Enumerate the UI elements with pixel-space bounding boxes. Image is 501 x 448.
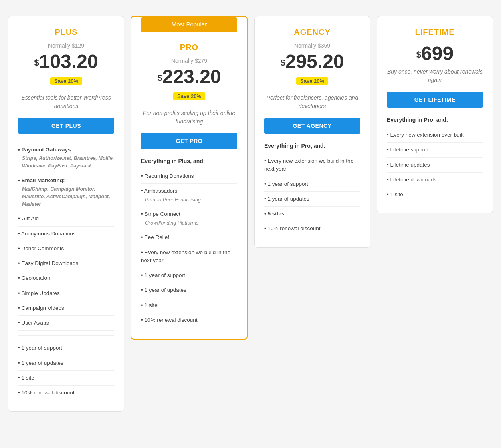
- price-amount-plus: 103.20: [39, 51, 98, 72]
- feature-item-pro-4: • Every new extension we build in the ne…: [141, 245, 237, 269]
- original-price-plus: Normally $129: [18, 42, 114, 49]
- price-row-plus: $103.20: [18, 50, 114, 72]
- feature-item-plus-3: • Anonymous Donations: [18, 227, 114, 241]
- original-price-pro: Normally $279: [141, 58, 237, 64]
- bottom-feature-plus-1: • 1 year of updates: [18, 356, 114, 371]
- plan-name-pro: PRO: [141, 43, 237, 52]
- price-row-lifetime: $699: [387, 42, 483, 64]
- feature-item-agency-4: • 10% renewal discount: [264, 221, 360, 236]
- price-row-pro: $223.20: [141, 66, 237, 88]
- feature-item-agency-0: • Every new extension we build in the ne…: [264, 154, 360, 177]
- pricing-container: PLUSNormally $129 $103.20 Save 20%Essent…: [8, 8, 493, 420]
- feature-item-lifetime-4: • 1 site: [387, 187, 483, 202]
- plan-desc-plus: Essential tools for better WordPress don…: [18, 94, 114, 110]
- feature-item-plus-8: • Campaign Videos: [18, 301, 114, 316]
- price-amount-pro: 223.20: [162, 66, 221, 87]
- feature-item-pro-8: • 10% renewal discount: [141, 313, 237, 327]
- plan-name-plus: PLUS: [18, 28, 114, 37]
- feature-item-pro-6: • 1 year of updates: [141, 283, 237, 298]
- price-dollar-plus: $: [34, 58, 39, 68]
- feature-item-lifetime-0: • Every new extension ever built: [387, 128, 483, 143]
- price-dollar-agency: $: [280, 58, 285, 68]
- plan-desc-pro: For non-profits scaling up their online …: [141, 109, 237, 126]
- feature-item-lifetime-3: • Lifetime downloads: [387, 173, 483, 187]
- feature-item-lifetime-1: • Lifetime support: [387, 143, 483, 157]
- feature-item-plus-9: • User Avatar: [18, 316, 114, 331]
- bottom-feature-plus-0: • 1 year of support: [18, 341, 114, 356]
- bottom-feature-plus-3: • 10% renewal discount: [18, 386, 114, 400]
- get-btn-pro[interactable]: GET PRO: [141, 133, 237, 149]
- feature-item-plus-4: • Donor Comments: [18, 241, 114, 256]
- plan-name-lifetime: LIFETIME: [387, 28, 483, 37]
- original-price-agency: Normally $369: [264, 42, 360, 49]
- feature-item-agency-3: • 5 sites: [264, 207, 360, 221]
- plan-desc-agency: Perfect for freelancers, agencies and de…: [264, 94, 360, 110]
- feature-sub-pro-1: Peer to Peer Fundraising: [141, 196, 237, 204]
- feature-item-plus-7: • Simple Updates: [18, 286, 114, 301]
- feature-item-agency-2: • 1 year of updates: [264, 192, 360, 207]
- price-amount-lifetime: 699: [421, 43, 453, 64]
- get-btn-lifetime[interactable]: GET LIFETIME: [387, 92, 483, 108]
- feature-item-pro-1: • AmbassadorsPeer to Peer Fundraising: [141, 184, 237, 207]
- bottom-feature-plus-2: • 1 site: [18, 371, 114, 386]
- save-center-agency: Save 20%: [264, 76, 360, 89]
- save-center-plus: Save 20%: [18, 76, 114, 89]
- feature-sub-pro-2: Crowdfunding Platforms: [141, 219, 237, 227]
- plan-name-agency: AGENCY: [264, 28, 360, 37]
- feature-sub-plus-0: Stripe, Authorize.net, Braintree, Mollie…: [18, 155, 114, 170]
- save-badge-agency: Save 20%: [296, 77, 328, 85]
- section-title-pro: Everything in Plus, and:: [141, 158, 237, 164]
- divider-plus: [18, 335, 114, 336]
- plan-card-pro: Most PopularPRONormally $279 $223.20 Sav…: [131, 16, 248, 340]
- price-dollar-pro: $: [157, 73, 162, 83]
- feature-item-pro-7: • 1 site: [141, 298, 237, 313]
- plan-card-agency: AGENCYNormally $369 $295.20 Save 20%Perf…: [254, 16, 370, 248]
- price-dollar-lifetime: $: [416, 50, 421, 60]
- feature-item-pro-2: • Stripe ConnectCrowdfunding Platforms: [141, 207, 237, 230]
- plan-card-plus: PLUSNormally $129 $103.20 Save 20%Essent…: [8, 16, 124, 412]
- feature-item-plus-6: • Geolocation: [18, 271, 114, 286]
- price-amount-agency: 295.20: [285, 51, 344, 72]
- feature-item-plus-5: • Easy Digital Downloads: [18, 256, 114, 271]
- section-title-lifetime: Everything in Pro, and:: [387, 117, 483, 123]
- feature-item-pro-5: • 1 year of support: [141, 268, 237, 283]
- plan-desc-lifetime: Buy once, never worry about renewals aga…: [387, 68, 483, 84]
- feature-item-plus-2: • Gift Aid: [18, 211, 114, 226]
- feature-item-pro-0: • Recurring Donations: [141, 169, 237, 184]
- section-title-agency: Everything in Pro, and:: [264, 143, 360, 149]
- save-badge-plus: Save 20%: [50, 77, 82, 85]
- feature-item-agency-1: • 1 year of support: [264, 177, 360, 192]
- feature-item-pro-3: • Fee Relief: [141, 230, 237, 245]
- feature-sub-plus-1: MailChimp, Campaign Monitor, Mailerlite,…: [18, 185, 114, 208]
- get-btn-agency[interactable]: GET AGENCY: [264, 118, 360, 134]
- price-row-agency: $295.20: [264, 50, 360, 72]
- feature-item-plus-1: • Email Marketing:MailChimp, Campaign Mo…: [18, 173, 114, 212]
- feature-item-lifetime-2: • Lifetime updates: [387, 158, 483, 173]
- popular-badge: Most Popular: [141, 17, 237, 32]
- save-center-pro: Save 20%: [141, 91, 237, 104]
- save-badge-pro: Save 20%: [173, 92, 205, 100]
- feature-item-plus-0: • Payment Gateways:Stripe, Authorize.net…: [18, 143, 114, 173]
- plan-card-lifetime: LIFETIME $699 Buy once, never worry abou…: [377, 16, 493, 213]
- get-btn-plus[interactable]: GET PLUS: [18, 118, 114, 134]
